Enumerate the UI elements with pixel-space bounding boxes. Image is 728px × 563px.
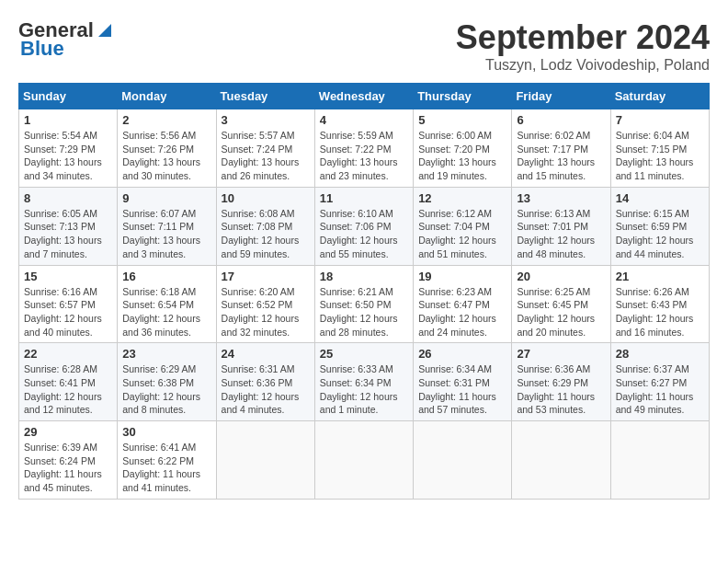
- calendar-cell: 21Sunrise: 6:26 AMSunset: 6:43 PMDayligh…: [610, 265, 709, 343]
- day-info: Sunrise: 6:23 AMSunset: 6:47 PMDaylight:…: [418, 285, 506, 339]
- day-number: 10: [222, 191, 310, 205]
- day-number: 24: [222, 347, 310, 361]
- day-number: 30: [122, 425, 210, 439]
- calendar-cell: [314, 421, 413, 500]
- day-number: 8: [24, 191, 112, 205]
- day-info: Sunrise: 6:33 AMSunset: 6:34 PMDaylight:…: [320, 362, 408, 417]
- calendar-cell: 28Sunrise: 6:37 AMSunset: 6:27 PMDayligh…: [610, 343, 709, 421]
- calendar-cell: 19Sunrise: 6:23 AMSunset: 6:47 PMDayligh…: [414, 265, 512, 343]
- weekday-header: Thursday: [414, 84, 512, 109]
- day-info: Sunrise: 6:02 AMSunset: 7:17 PMDaylight:…: [517, 129, 605, 183]
- day-info: Sunrise: 6:34 AMSunset: 6:31 PMDaylight:…: [418, 362, 506, 417]
- day-number: 7: [616, 113, 704, 127]
- weekday-header: Wednesday: [314, 84, 413, 109]
- day-number: 1: [24, 113, 112, 127]
- calendar-cell: 15Sunrise: 6:16 AMSunset: 6:57 PMDayligh…: [19, 265, 118, 343]
- day-number: 29: [24, 425, 112, 439]
- calendar-cell: 26Sunrise: 6:34 AMSunset: 6:31 PMDayligh…: [414, 343, 512, 421]
- calendar-cell: 23Sunrise: 6:29 AMSunset: 6:38 PMDayligh…: [118, 343, 216, 421]
- calendar-cell: 18Sunrise: 6:21 AMSunset: 6:50 PMDayligh…: [314, 265, 413, 343]
- day-info: Sunrise: 6:18 AMSunset: 6:54 PMDaylight:…: [122, 285, 210, 339]
- calendar-week-row: 8Sunrise: 6:05 AMSunset: 7:13 PMDaylight…: [19, 187, 710, 265]
- day-number: 6: [517, 113, 605, 127]
- day-number: 18: [320, 270, 408, 283]
- day-info: Sunrise: 6:39 AMSunset: 6:24 PMDaylight:…: [24, 441, 112, 495]
- day-number: 14: [616, 191, 704, 205]
- day-info: Sunrise: 5:57 AMSunset: 7:24 PMDaylight:…: [222, 129, 310, 183]
- day-number: 19: [418, 270, 506, 283]
- calendar-week-row: 1Sunrise: 5:54 AMSunset: 7:29 PMDaylight…: [19, 109, 710, 188]
- calendar-cell: 2Sunrise: 5:56 AMSunset: 7:26 PMDaylight…: [118, 109, 216, 188]
- day-number: 15: [24, 270, 112, 283]
- day-info: Sunrise: 6:41 AMSunset: 6:22 PMDaylight:…: [122, 441, 210, 495]
- day-info: Sunrise: 6:12 AMSunset: 7:04 PMDaylight:…: [418, 207, 506, 261]
- calendar-cell: 9Sunrise: 6:07 AMSunset: 7:11 PMDaylight…: [118, 187, 216, 265]
- day-number: 9: [122, 191, 210, 205]
- calendar-cell: 4Sunrise: 5:59 AMSunset: 7:22 PMDaylight…: [314, 109, 413, 188]
- day-info: Sunrise: 6:29 AMSunset: 6:38 PMDaylight:…: [122, 362, 210, 417]
- day-number: 11: [320, 191, 408, 205]
- calendar-week-row: 22Sunrise: 6:28 AMSunset: 6:41 PMDayligh…: [19, 343, 710, 421]
- day-info: Sunrise: 6:36 AMSunset: 6:29 PMDaylight:…: [517, 362, 605, 417]
- calendar-cell: 14Sunrise: 6:15 AMSunset: 6:59 PMDayligh…: [610, 187, 709, 265]
- day-info: Sunrise: 6:15 AMSunset: 6:59 PMDaylight:…: [616, 207, 704, 261]
- day-number: 21: [616, 270, 704, 283]
- day-number: 23: [122, 347, 210, 361]
- month-title: September 2024: [456, 18, 710, 57]
- calendar-cell: 1Sunrise: 5:54 AMSunset: 7:29 PMDaylight…: [19, 109, 118, 188]
- day-info: Sunrise: 5:59 AMSunset: 7:22 PMDaylight:…: [320, 129, 408, 183]
- day-info: Sunrise: 6:10 AMSunset: 7:06 PMDaylight:…: [320, 207, 408, 261]
- calendar-cell: [216, 421, 314, 500]
- day-info: Sunrise: 6:25 AMSunset: 6:45 PMDaylight:…: [517, 285, 605, 339]
- day-number: 12: [418, 191, 506, 205]
- day-number: 28: [616, 347, 704, 361]
- day-info: Sunrise: 5:56 AMSunset: 7:26 PMDaylight:…: [122, 129, 210, 183]
- weekday-header: Friday: [512, 84, 610, 109]
- calendar-cell: 20Sunrise: 6:25 AMSunset: 6:45 PMDayligh…: [512, 265, 610, 343]
- calendar-table: SundayMondayTuesdayWednesdayThursdayFrid…: [18, 83, 710, 500]
- logo-blue: Blue: [20, 37, 64, 61]
- svg-marker-0: [98, 24, 111, 37]
- day-number: 20: [517, 270, 605, 283]
- day-number: 5: [418, 113, 506, 127]
- day-info: Sunrise: 6:21 AMSunset: 6:50 PMDaylight:…: [320, 285, 408, 339]
- day-info: Sunrise: 6:26 AMSunset: 6:43 PMDaylight:…: [616, 285, 704, 339]
- logo: General Blue: [18, 18, 115, 61]
- calendar-cell: [610, 421, 709, 500]
- calendar-cell: 8Sunrise: 6:05 AMSunset: 7:13 PMDaylight…: [19, 187, 118, 265]
- day-number: 2: [122, 113, 210, 127]
- weekday-header: Tuesday: [216, 84, 314, 109]
- calendar-week-row: 29Sunrise: 6:39 AMSunset: 6:24 PMDayligh…: [19, 421, 710, 500]
- day-info: Sunrise: 6:13 AMSunset: 7:01 PMDaylight:…: [517, 207, 605, 261]
- weekday-header: Monday: [118, 84, 216, 109]
- calendar-cell: 22Sunrise: 6:28 AMSunset: 6:41 PMDayligh…: [19, 343, 118, 421]
- day-number: 27: [517, 347, 605, 361]
- page-header: General Blue September 2024 Tuszyn, Lodz…: [18, 18, 710, 74]
- calendar-cell: 24Sunrise: 6:31 AMSunset: 6:36 PMDayligh…: [216, 343, 314, 421]
- calendar-cell: 13Sunrise: 6:13 AMSunset: 7:01 PMDayligh…: [512, 187, 610, 265]
- day-number: 17: [222, 270, 310, 283]
- calendar-cell: 5Sunrise: 6:00 AMSunset: 7:20 PMDaylight…: [414, 109, 512, 188]
- calendar-cell: 27Sunrise: 6:36 AMSunset: 6:29 PMDayligh…: [512, 343, 610, 421]
- day-info: Sunrise: 6:20 AMSunset: 6:52 PMDaylight:…: [222, 285, 310, 339]
- calendar-cell: 17Sunrise: 6:20 AMSunset: 6:52 PMDayligh…: [216, 265, 314, 343]
- calendar-cell: 6Sunrise: 6:02 AMSunset: 7:17 PMDaylight…: [512, 109, 610, 188]
- day-info: Sunrise: 6:28 AMSunset: 6:41 PMDaylight:…: [24, 362, 112, 417]
- day-number: 13: [517, 191, 605, 205]
- title-area: September 2024 Tuszyn, Lodz Voivodeship,…: [456, 18, 710, 74]
- calendar-header-row: SundayMondayTuesdayWednesdayThursdayFrid…: [19, 84, 710, 109]
- day-info: Sunrise: 6:31 AMSunset: 6:36 PMDaylight:…: [222, 362, 310, 417]
- day-info: Sunrise: 5:54 AMSunset: 7:29 PMDaylight:…: [24, 129, 112, 183]
- calendar-cell: 16Sunrise: 6:18 AMSunset: 6:54 PMDayligh…: [118, 265, 216, 343]
- location: Tuszyn, Lodz Voivodeship, Poland: [456, 57, 710, 74]
- weekday-header: Sunday: [19, 84, 118, 109]
- day-number: 26: [418, 347, 506, 361]
- calendar-cell: 29Sunrise: 6:39 AMSunset: 6:24 PMDayligh…: [19, 421, 118, 500]
- calendar-cell: [414, 421, 512, 500]
- day-info: Sunrise: 6:05 AMSunset: 7:13 PMDaylight:…: [24, 207, 112, 261]
- calendar-week-row: 15Sunrise: 6:16 AMSunset: 6:57 PMDayligh…: [19, 265, 710, 343]
- calendar-cell: 7Sunrise: 6:04 AMSunset: 7:15 PMDaylight…: [610, 109, 709, 188]
- day-info: Sunrise: 6:16 AMSunset: 6:57 PMDaylight:…: [24, 285, 112, 339]
- calendar-cell: [512, 421, 610, 500]
- day-number: 3: [222, 113, 310, 127]
